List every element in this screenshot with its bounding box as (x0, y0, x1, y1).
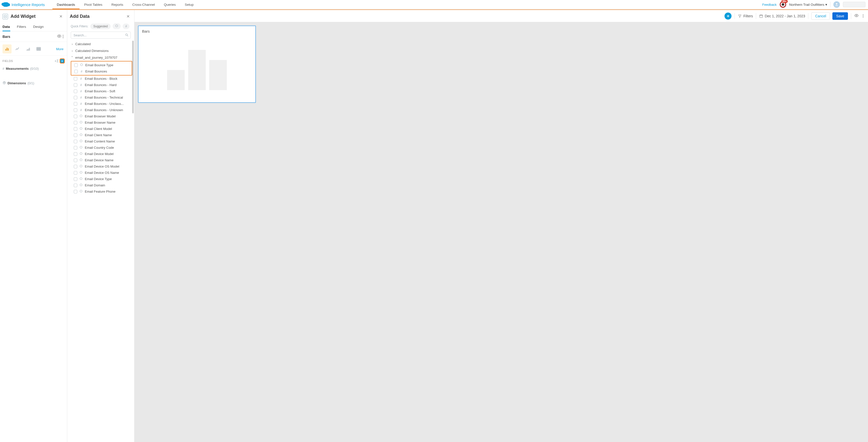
tree-item[interactable]: Email Device Name (69, 157, 133, 163)
chevron-right-icon: › (71, 42, 74, 46)
quick-filter-dimension-icon[interactable] (113, 23, 121, 29)
nav-tab-dashboards[interactable]: Dashboards (53, 0, 80, 9)
chart-type-area[interactable] (24, 44, 33, 54)
tree-item[interactable]: Email Feature Phone (69, 188, 133, 195)
tree-item[interactable]: Email Browser Name (69, 119, 133, 126)
tree-item[interactable]: Email Client Model (69, 126, 133, 132)
tree-item[interactable]: # Email Bounces (71, 68, 132, 74)
checkbox[interactable] (74, 90, 77, 93)
user-menu-placeholder[interactable] (843, 2, 866, 7)
tree-scrollbar[interactable] (132, 41, 134, 114)
tree-item[interactable]: Email Device OS Name (69, 169, 133, 176)
nav-tab-queries[interactable]: Queries (159, 0, 180, 9)
save-button[interactable]: Save (832, 12, 848, 20)
checkbox[interactable] (74, 171, 77, 175)
checkbox[interactable] (74, 77, 77, 81)
tree-group-calculated-dimensions[interactable]: › Calculated Dimensions (69, 48, 133, 54)
tree-item[interactable]: Email Domain (69, 182, 133, 188)
checkbox[interactable] (74, 133, 77, 137)
tree-item-label: Email Domain (85, 183, 105, 187)
tree-item[interactable]: Email Content Name (69, 138, 133, 145)
chart-type-more-link[interactable]: More (56, 47, 64, 51)
visibility-toggle-icon[interactable] (57, 34, 62, 39)
filters-button[interactable]: Filters (738, 14, 753, 18)
checkbox[interactable] (74, 184, 77, 187)
checkbox[interactable] (74, 102, 77, 105)
checkbox[interactable] (74, 115, 77, 118)
checkbox[interactable] (74, 140, 77, 143)
close-add-data-button[interactable]: ✕ (125, 13, 131, 20)
measurement-type-icon: # (79, 96, 83, 99)
notifications-count-badge: 99+ (781, 0, 788, 3)
chart-type-bar[interactable] (2, 44, 11, 54)
tree-group-email-journey[interactable]: › email_and_journey_1079707 (69, 54, 133, 61)
tree-item[interactable]: #Email Bounces - Soft (69, 88, 133, 94)
checkbox[interactable] (74, 190, 77, 193)
tree-item[interactable]: Email Bounce Type (71, 62, 132, 68)
dimensions-group[interactable]: Dimensions (0/1) (0, 79, 67, 87)
bars-placeholder-icon (164, 45, 229, 90)
chart-type-line[interactable] (13, 44, 22, 54)
tree-item[interactable]: Email Device Model (69, 151, 133, 157)
measurements-group[interactable]: # Measurements (0/10) (0, 65, 67, 72)
quick-filter-measurement-icon[interactable]: # (123, 24, 129, 29)
widget-card[interactable]: Bars (138, 26, 256, 103)
checkbox[interactable] (74, 70, 78, 73)
chart-name-row: Bars (0, 31, 67, 42)
canvas-area[interactable]: Bars (134, 22, 868, 442)
checkbox[interactable] (74, 159, 77, 162)
tree-item[interactable]: Email Client Name (69, 132, 133, 138)
add-field-button[interactable]: + (60, 59, 64, 63)
checkbox[interactable] (74, 121, 77, 124)
user-avatar[interactable] (833, 1, 840, 8)
tree-item[interactable]: #Email Bounces - Unclass... (69, 101, 133, 107)
chart-type-table[interactable] (34, 44, 43, 54)
org-name-label: Northern Trail Outfitters (789, 3, 824, 6)
checkbox[interactable] (74, 96, 77, 99)
tree-item[interactable]: Email Device Type (69, 176, 133, 182)
tab-data[interactable]: Data (2, 22, 13, 31)
checkbox[interactable] (74, 177, 77, 181)
plus-sigma-icon[interactable]: +Σ (55, 59, 59, 63)
quick-filter-suggested[interactable]: Suggested (90, 24, 111, 29)
date-range-label: Dec 1, 2022 - Jan 1, 2023 (765, 14, 805, 18)
checkbox[interactable] (74, 165, 77, 168)
tree-item[interactable]: Email Browser Model (69, 113, 133, 119)
tree-item[interactable]: #Email Bounces - Block (69, 75, 133, 82)
tree-item-label: Email Device OS Model (85, 164, 119, 168)
checkbox[interactable] (74, 63, 78, 67)
tree-item[interactable]: #Email Bounces - Technical (69, 94, 133, 101)
dimension-type-icon (79, 133, 83, 137)
checkbox[interactable] (74, 108, 77, 112)
nav-tab-pivot-tables[interactable]: Pivot Tables (80, 0, 107, 9)
tree-item[interactable]: Email Device OS Model (69, 163, 133, 169)
nav-tab-reports[interactable]: Reports (107, 0, 128, 9)
checkbox[interactable] (74, 152, 77, 156)
checkbox[interactable] (74, 83, 77, 87)
notifications-button[interactable]: 99+ (780, 1, 786, 8)
tree-item[interactable]: Email Country Code (69, 145, 133, 151)
feedback-link[interactable]: Feedback (763, 3, 777, 6)
date-range-picker[interactable]: Dec 1, 2022 - Jan 1, 2023 (759, 14, 805, 18)
tab-filters[interactable]: Filters (17, 22, 29, 31)
chart-kebab-menu[interactable] (62, 34, 64, 39)
checkbox[interactable] (74, 127, 77, 131)
nav-tab-cross-channel[interactable]: Cross-Channel (128, 0, 159, 9)
cancel-button[interactable]: Cancel (811, 12, 830, 20)
tree-group-calculated[interactable]: › Calculated (69, 41, 133, 48)
canvas-kebab-menu[interactable] (862, 13, 865, 19)
checkbox[interactable] (74, 146, 77, 150)
add-widget-title: Add Widget (10, 14, 56, 19)
close-add-widget-button[interactable]: ✕ (58, 13, 63, 20)
add-data-search-input[interactable] (71, 32, 131, 39)
org-switcher[interactable]: Northern Trail Outfitters ▾ (789, 2, 827, 6)
add-widget-circle-button[interactable]: + (724, 12, 732, 20)
tree-item[interactable]: #Email Bounces - Unknown (69, 107, 133, 113)
search-icon (125, 33, 129, 38)
tab-design[interactable]: Design (33, 22, 46, 31)
nav-tab-setup[interactable]: Setup (180, 0, 198, 9)
dimension-type-icon (79, 158, 83, 162)
tree-item[interactable]: #Email Bounces - Hard (69, 82, 133, 88)
tree-item-label: Email Device Model (85, 152, 114, 156)
preview-visibility-icon[interactable] (854, 13, 859, 19)
